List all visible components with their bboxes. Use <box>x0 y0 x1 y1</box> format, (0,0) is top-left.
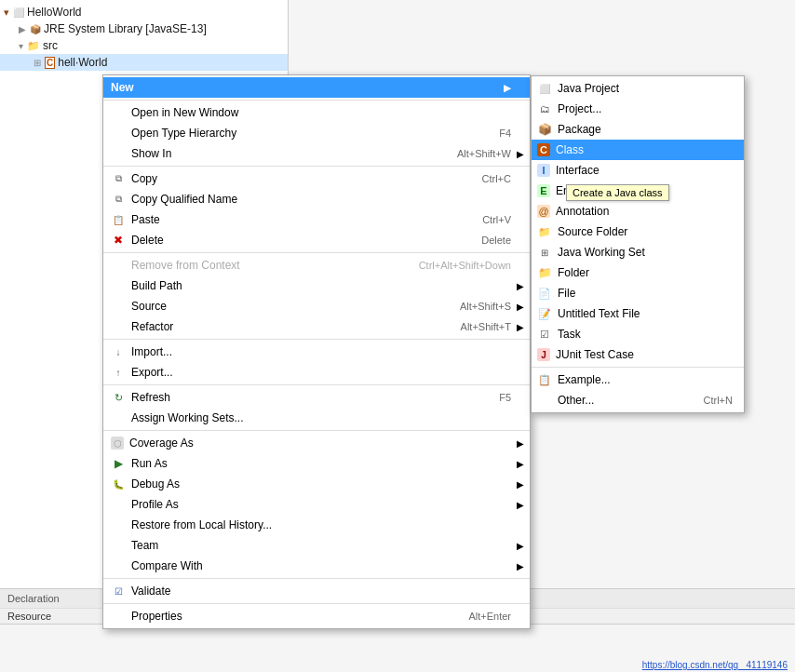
file-icon: 📄 <box>537 286 552 301</box>
delete-icon: ✖ <box>111 233 126 248</box>
submenu-item-package[interactable]: 📦 Package <box>532 119 744 140</box>
menu-item-compare-with[interactable]: Compare With ▶ <box>103 556 530 576</box>
tooltip-text: Create a Java class <box>573 187 663 198</box>
coverage-icon: ⬡ <box>111 437 124 450</box>
show-in-icon <box>111 146 126 161</box>
submenu-item-example[interactable]: 📋 Example... <box>532 370 744 390</box>
declaration-tab[interactable]: Declaration <box>7 593 60 604</box>
package-icon: 📦 <box>537 122 552 137</box>
menu-item-delete[interactable]: ✖ Delete Delete <box>103 230 530 250</box>
menu-item-run-as[interactable]: ▶ Run As ▶ <box>103 453 530 474</box>
export-icon: ↑ <box>111 365 126 380</box>
submenu-item-class[interactable]: C Class <box>532 140 744 160</box>
debug-icon: 🐛 <box>111 477 126 491</box>
new-submenu: ⬜ Java Project 🗂 Project... 📦 Package C … <box>531 75 745 413</box>
jre-expand-icon: ▶ <box>19 24 26 34</box>
example-icon: 📋 <box>537 372 552 387</box>
compare-arrow-icon: ▶ <box>517 561 524 571</box>
junit-icon: J <box>537 348 550 361</box>
menu-item-import[interactable]: ↓ Import... <box>103 342 530 362</box>
submenu-item-project[interactable]: 🗂 Project... <box>532 99 744 119</box>
type-hierarchy-icon <box>111 126 126 141</box>
menu-item-restore-local[interactable]: Restore from Local History... <box>103 515 530 535</box>
menu-item-copy[interactable]: ⧉ Copy Ctrl+C <box>103 168 530 189</box>
submenu-item-java-project[interactable]: ⬜ Java Project <box>532 78 744 99</box>
separator-3 <box>103 252 530 253</box>
class-expand-icon: ⊞ <box>34 58 41 68</box>
import-icon: ↓ <box>111 344 126 359</box>
tree-item-helloworld[interactable]: ▾ ⬜ HelloWorld <box>0 4 288 20</box>
submenu-item-annotation[interactable]: @ Annotation <box>532 201 744 222</box>
separator-4 <box>103 339 530 340</box>
submenu-item-java-working-set[interactable]: ⊞ Java Working Set <box>532 242 744 262</box>
properties-icon <box>111 609 126 624</box>
menu-item-refresh[interactable]: ↻ Refresh F5 <box>103 387 530 408</box>
refactor-arrow-icon: ▶ <box>517 322 524 332</box>
separator-7 <box>103 578 530 579</box>
menu-item-assign-working-sets[interactable]: Assign Working Sets... <box>103 408 530 428</box>
profile-arrow-icon: ▶ <box>517 500 524 510</box>
submenu-item-folder[interactable]: 📁 Folder <box>532 262 744 283</box>
menu-item-properties[interactable]: Properties Alt+Enter <box>103 606 530 626</box>
new-label: New <box>111 81 134 94</box>
menu-item-debug-as[interactable]: 🐛 Debug As ▶ <box>103 474 530 494</box>
debug-arrow-icon: ▶ <box>517 479 524 490</box>
separator-6 <box>103 430 530 431</box>
tree-item-src[interactable]: ▾ 📁 src <box>0 37 288 54</box>
helloworld-label: HelloWorld <box>27 6 81 19</box>
menu-item-refactor[interactable]: Refactor Alt+Shift+T ▶ <box>103 316 530 337</box>
menu-item-paste[interactable]: 📋 Paste Ctrl+V <box>103 209 530 230</box>
untitled-text-icon: 📝 <box>537 306 552 321</box>
menu-item-team[interactable]: Team ▶ <box>103 535 530 556</box>
separator-5 <box>103 384 530 385</box>
helloworld-project-icon: ⬜ <box>13 7 24 18</box>
tree-item-jre[interactable]: ▶ 📦 JRE System Library [JavaSE-13] <box>0 20 288 37</box>
project-icon: ▾ <box>4 7 9 19</box>
java-project-icon: ⬜ <box>537 81 552 96</box>
helloworld-class-label: hell·World <box>58 56 107 69</box>
tree-item-helloworld-class[interactable]: ⊞ C hell·World <box>0 54 288 71</box>
menu-item-profile-as[interactable]: Profile As ▶ <box>103 494 530 515</box>
jre-icon: 📦 <box>30 24 41 34</box>
submenu-item-untitled-text[interactable]: 📝 Untitled Text File <box>532 303 744 324</box>
menu-item-remove-context[interactable]: Remove from Context Ctrl+Alt+Shift+Down <box>103 255 530 276</box>
menu-item-new[interactable]: New ▶ <box>103 77 530 98</box>
separator-8 <box>103 603 530 604</box>
validate-icon: ☑ <box>111 584 126 598</box>
submenu-item-task[interactable]: ☑ Task <box>532 324 744 344</box>
other-icon <box>537 393 552 408</box>
menu-item-validate[interactable]: ☑ Validate <box>103 581 530 601</box>
build-path-arrow-icon: ▶ <box>517 281 524 291</box>
menu-item-open-type-hierarchy[interactable]: Open Type Hierarchy F4 <box>103 123 530 143</box>
submenu-item-file[interactable]: 📄 File <box>532 283 744 303</box>
menu-item-source[interactable]: Source Alt+Shift+S ▶ <box>103 296 530 316</box>
show-in-arrow-icon: ▶ <box>517 149 524 159</box>
src-label: src <box>43 39 58 52</box>
submenu-item-interface[interactable]: I Interface <box>532 160 744 181</box>
menu-item-build-path[interactable]: Build Path ▶ <box>103 276 530 296</box>
refresh-icon: ↻ <box>111 390 126 405</box>
menu-item-copy-qualified[interactable]: ⧉ Copy Qualified Name <box>103 189 530 209</box>
menu-item-open-new-window[interactable]: Open in New Window <box>103 102 530 123</box>
profile-icon <box>111 497 126 512</box>
folder-icon: 📁 <box>537 265 552 280</box>
run-arrow-icon: ▶ <box>517 459 524 469</box>
team-icon <box>111 538 126 553</box>
class-icon: C <box>45 57 55 69</box>
menu-item-coverage-as[interactable]: ⬡ Coverage As ▶ <box>103 433 530 453</box>
menu-item-show-in[interactable]: Show In Alt+Shift+W ▶ <box>103 143 530 164</box>
submenu-item-source-folder[interactable]: 📁 Source Folder <box>532 222 744 242</box>
refactor-icon <box>111 319 126 334</box>
source-folder-icon: 📁 <box>537 224 552 239</box>
run-icon: ▶ <box>111 456 126 471</box>
separator-1 <box>103 100 530 101</box>
submenu-item-other[interactable]: Other... Ctrl+N <box>532 390 744 410</box>
task-icon: ☑ <box>537 327 552 342</box>
paste-icon: 📋 <box>111 212 126 227</box>
new-arrow-icon: ▶ <box>504 83 511 93</box>
restore-icon <box>111 517 126 532</box>
class-menu-icon: C <box>537 143 550 156</box>
submenu-item-junit[interactable]: J JUnit Test Case <box>532 344 744 365</box>
menu-item-export[interactable]: ↑ Export... <box>103 362 530 383</box>
copy-qualified-icon: ⧉ <box>111 192 126 207</box>
